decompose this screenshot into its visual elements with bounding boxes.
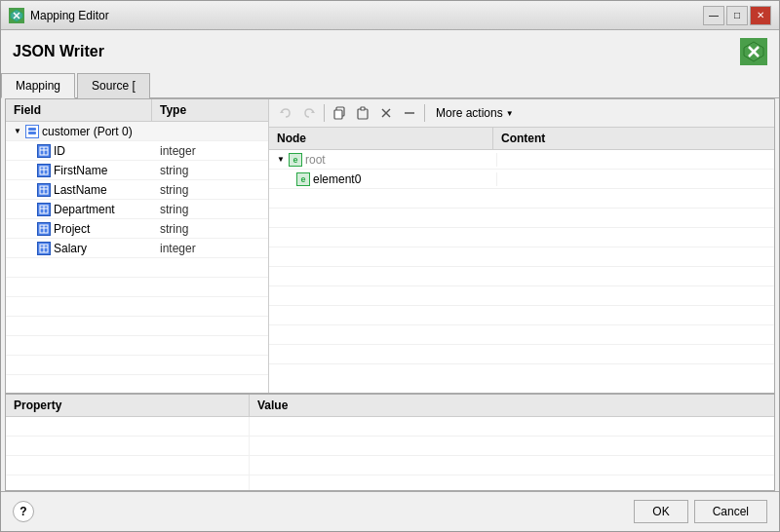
undo-button[interactable] — [275, 102, 296, 124]
list-item[interactable]: ▼ customer (Port 0) — [6, 122, 268, 141]
field-icon — [37, 164, 51, 177]
cancel-button[interactable]: Cancel — [694, 500, 767, 523]
list-item — [6, 278, 268, 297]
table-row — [6, 475, 774, 490]
title-bar-left: Mapping Editor — [9, 8, 109, 23]
field-icon — [37, 222, 51, 236]
tab-bar: Mapping Source [ — [1, 73, 779, 98]
list-item — [269, 286, 774, 306]
svg-rect-31 — [361, 107, 365, 110]
svg-rect-6 — [28, 128, 36, 131]
toolbar: More actions ▼ — [269, 99, 774, 128]
field-col-header: Field — [6, 99, 152, 121]
field-type: string — [156, 203, 268, 216]
top-section: Field Type ▼ — [6, 99, 774, 393]
field-type: string — [156, 222, 268, 236]
node-col-header: Node — [269, 128, 493, 149]
title-bar: Mapping Editor — □ ✕ — [1, 1, 779, 30]
separator-button[interactable] — [399, 102, 420, 124]
property-cell — [6, 456, 250, 475]
list-item[interactable]: Project string — [6, 219, 268, 239]
footer-right: OK Cancel — [634, 500, 767, 523]
field-tree: ▼ customer (Port 0) — [6, 122, 268, 393]
chevron-down-icon: ▼ — [506, 109, 514, 118]
field-name: Project — [54, 222, 90, 236]
list-item[interactable]: e element0 — [269, 170, 774, 189]
app-icon — [9, 8, 24, 23]
element-icon: e — [289, 153, 302, 167]
node-table-header: Node Content — [269, 128, 774, 150]
toolbar-separator-2 — [424, 104, 425, 122]
copy-button[interactable] — [329, 102, 350, 124]
property-table — [6, 417, 774, 490]
list-item — [269, 189, 774, 209]
window-header: JSON Writer — [1, 30, 779, 73]
list-item[interactable]: Salary integer — [6, 239, 268, 258]
window-header-title: JSON Writer — [13, 43, 104, 60]
redo-button[interactable] — [298, 102, 320, 124]
help-button[interactable]: ? — [13, 501, 34, 522]
list-item — [269, 306, 774, 325]
more-actions-button[interactable]: More actions ▼ — [429, 103, 521, 123]
list-item — [269, 325, 774, 345]
property-col-header: Property — [6, 395, 250, 416]
field-name: Salary — [54, 242, 87, 255]
close-button[interactable]: ✕ — [750, 6, 771, 25]
node-tree: ▼ e root e element0 — [269, 150, 774, 393]
svg-rect-29 — [334, 110, 342, 119]
expand-icon[interactable]: ▼ — [12, 126, 23, 137]
list-item — [269, 247, 774, 267]
table-row — [6, 456, 774, 475]
tab-source[interactable]: Source [ — [77, 73, 150, 98]
field-icon — [37, 203, 51, 216]
expand-icon[interactable]: ▼ — [275, 154, 287, 166]
table-row — [6, 417, 774, 437]
footer-left: ? — [13, 501, 34, 522]
ok-button[interactable]: OK — [634, 500, 687, 523]
paste-button[interactable] — [352, 102, 373, 124]
content-col-header: Content — [493, 128, 774, 149]
list-item[interactable]: ID integer — [6, 141, 268, 161]
minimize-button[interactable]: — — [703, 6, 724, 25]
field-name: ID — [54, 144, 65, 158]
list-item — [269, 345, 774, 364]
list-item — [269, 209, 774, 228]
maximize-button[interactable]: □ — [726, 6, 748, 25]
field-type: integer — [156, 242, 268, 255]
value-cell — [250, 437, 774, 455]
list-item[interactable]: ▼ e root — [269, 150, 774, 170]
field-icon — [37, 183, 51, 197]
property-cell — [6, 437, 250, 455]
window-title: Mapping Editor — [30, 9, 109, 22]
title-controls: — □ ✕ — [703, 6, 771, 25]
list-item[interactable]: Department string — [6, 200, 268, 219]
more-actions-label: More actions — [436, 106, 503, 120]
field-icon — [37, 242, 51, 255]
list-item — [6, 336, 268, 356]
list-item[interactable]: FirstName string — [6, 161, 268, 180]
footer: ? OK Cancel — [1, 491, 779, 531]
list-item — [269, 267, 774, 286]
left-panel: Field Type ▼ — [6, 99, 269, 393]
delete-button[interactable] — [375, 102, 397, 124]
node-label: element0 — [313, 172, 361, 186]
field-icon — [37, 144, 51, 158]
field-name: FirstName — [54, 164, 107, 177]
list-item[interactable]: LastName string — [6, 180, 268, 200]
field-type: integer — [156, 144, 268, 158]
list-item — [6, 258, 268, 278]
list-item — [6, 356, 268, 375]
value-col-header: Value — [250, 395, 774, 416]
toolbar-separator — [324, 104, 325, 122]
right-panel: More actions ▼ Node Content ▼ e — [269, 99, 774, 393]
tab-mapping[interactable]: Mapping — [1, 73, 75, 98]
value-cell — [250, 417, 774, 436]
field-name: Department — [54, 203, 115, 216]
db-icon — [25, 125, 39, 138]
field-name: LastName — [54, 183, 107, 197]
content-area: Field Type ▼ — [5, 98, 775, 491]
main-window: Mapping Editor — □ ✕ JSON Writer Mapping… — [0, 0, 780, 532]
table-row — [6, 437, 774, 456]
type-col-header: Type — [152, 99, 268, 121]
list-item — [269, 228, 774, 247]
